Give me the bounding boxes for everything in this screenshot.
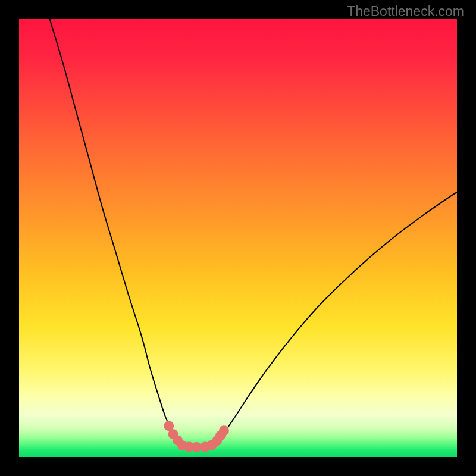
curve-marker bbox=[192, 442, 202, 452]
curve-marker bbox=[219, 425, 229, 436]
plot-area bbox=[19, 19, 457, 457]
watermark-text: TheBottleneck.com bbox=[347, 4, 464, 20]
gradient-background bbox=[19, 19, 457, 457]
chart-frame: TheBottleneck.com bbox=[0, 0, 476, 476]
chart-svg bbox=[19, 19, 457, 457]
